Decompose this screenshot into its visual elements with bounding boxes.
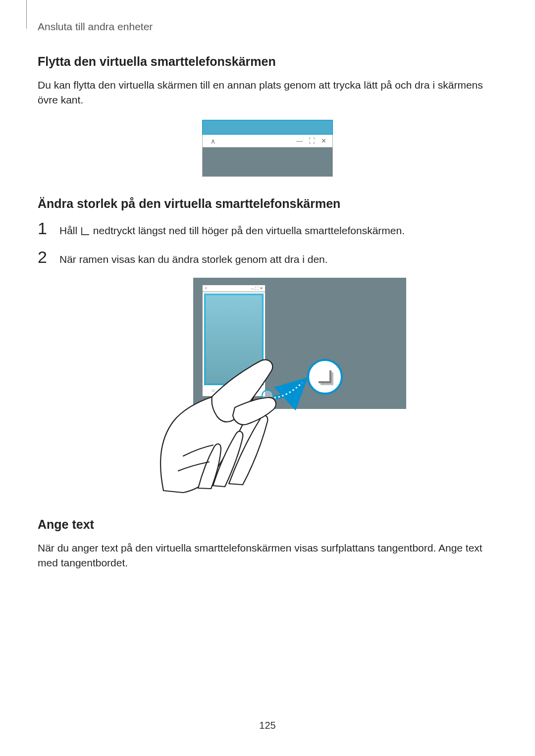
page-content: Flytta den virtuella smarttelefonskärmen… [38, 54, 497, 583]
maximize-icon: ⛶ [309, 137, 316, 145]
step-1-text: Håll nedtryckt längst ned till höger på … [59, 223, 497, 238]
phone-titlebar: ∨ — ⛶ ✕ [203, 285, 265, 292]
step-number-1: 1 [38, 220, 51, 237]
step-number-2: 2 [38, 249, 51, 265]
figure-resize-illustration: ∨ — ⛶ ✕ ▭ ○ ◁ [129, 278, 406, 491]
figure-titlebar-highlight [202, 120, 333, 135]
resize-corner-icon [81, 227, 89, 235]
page-tab-marker [23, 0, 27, 29]
window-controls: — ⛶ ✕ [296, 137, 327, 145]
section-title-resize: Ändra storlek på den virtuella smarttele… [38, 197, 497, 211]
figure-move: ∧ — ⛶ ✕ [38, 120, 497, 177]
section-title-text-entry: Ange text [38, 517, 497, 532]
step-1-text-a: Håll [59, 225, 80, 236]
page-number: 125 [0, 720, 535, 731]
minimize-icon: — [296, 137, 304, 145]
step-2: 2 När ramen visas kan du ändra storlek g… [38, 249, 497, 266]
figure-move-illustration: ∧ — ⛶ ✕ [202, 120, 333, 177]
step-1-text-b: nedtryckt längst ned till höger på den v… [93, 225, 405, 236]
section-text-move: Du kan flytta den virtuella skärmen till… [38, 78, 497, 108]
page-header: Ansluta till andra enheter [38, 21, 153, 33]
hand-illustration [129, 337, 327, 496]
figure-resize: ∨ — ⛶ ✕ ▭ ○ ◁ [38, 278, 497, 493]
phone-window-controls: — ⛶ ✕ [251, 287, 263, 290]
caret-up-icon: ∧ [211, 137, 215, 145]
figure-body [202, 147, 333, 177]
step-2-text: När ramen visas kan du ändra storlek gen… [59, 252, 497, 266]
section-title-move: Flytta den virtuella smarttelefonskärmen [38, 54, 497, 69]
figure-titlebar: ∧ — ⛶ ✕ [202, 135, 333, 148]
step-1: 1 Håll nedtryckt längst ned till höger p… [38, 220, 497, 238]
section-text-text-entry: När du anger text på den virtuella smart… [38, 541, 497, 571]
close-icon: ✕ [321, 137, 327, 145]
caret-down-icon: ∨ [205, 286, 207, 290]
